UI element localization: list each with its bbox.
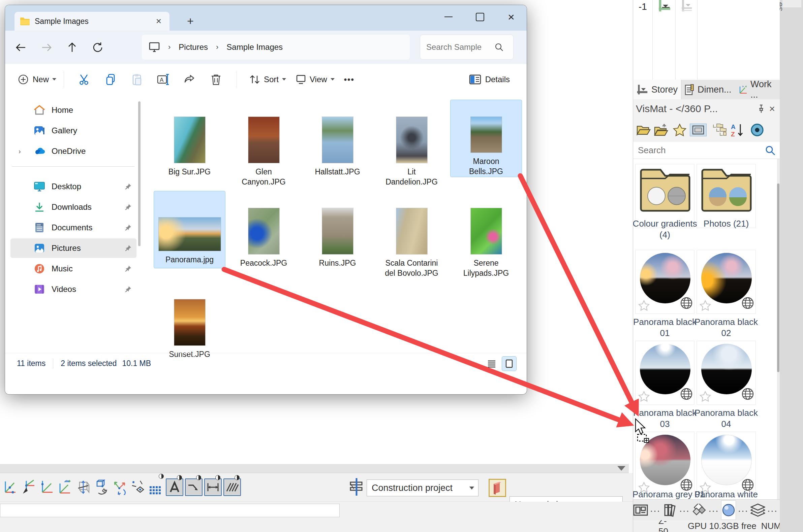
new-tab-button[interactable]: + [187,15,194,26]
material-item[interactable] [696,432,756,496]
file-ruins[interactable]: Ruins.JPG [302,191,373,269]
sort-az-button[interactable]: AZ [730,123,745,137]
more-options-button[interactable]: ••• [344,75,354,84]
material-label[interactable]: Panorama grey 01 [633,489,697,499]
hatch-visibility-toggle[interactable] [223,478,241,496]
forward-button[interactable] [37,38,56,57]
sidebar-item-home[interactable]: Home [11,100,136,120]
details-button[interactable]: Details [469,74,510,84]
section-display-icon[interactable] [350,477,365,496]
construction-project-select[interactable]: Construction project [367,479,478,496]
sidebar-scrollbar[interactable] [138,101,141,246]
file-panorama-selected[interactable]: Panorama.jpg [154,191,225,268]
tab-vismat-active[interactable] [721,500,736,520]
view-mode-button[interactable] [690,124,707,136]
up-button[interactable] [62,38,82,57]
workplane-select-tool-button[interactable] [20,478,37,497]
sidebar-item-onedrive[interactable]: › OneDrive [11,141,136,161]
list-view-toggle[interactable] [484,356,499,371]
file-glen-canyon[interactable]: Glen Canyon.JPG [228,100,299,188]
workplane-swap-tool-button[interactable] [57,478,73,497]
tab-close-icon[interactable]: × [153,16,164,26]
sidebar-item-videos[interactable]: Videos [11,280,136,299]
material-item[interactable] [696,250,756,314]
thumbnail-view-toggle[interactable] [502,356,516,371]
view-button[interactable]: View [295,74,334,85]
workplane-vertical-tool-button[interactable] [38,478,55,497]
explorer-tab[interactable]: Sample Images × [15,12,169,31]
breadcrumb[interactable]: › Pictures › Sample Images [142,35,410,60]
render-options-button[interactable] [750,123,764,137]
search-icon[interactable] [765,145,776,156]
copy-button[interactable] [101,69,121,90]
rotate-axis-tool-button[interactable] [111,478,128,497]
delete-button[interactable] [205,69,226,90]
sidebar-item-music[interactable]: Music [11,259,136,279]
dimension-visibility-toggle[interactable] [204,478,222,496]
favorite-star-icon[interactable] [699,391,711,402]
file-serene-lilypads[interactable]: Serene Lilypads.JPG [450,191,522,279]
folder-tree-button[interactable] [712,123,727,137]
leader-visibility-toggle[interactable] [185,478,202,496]
tab-library[interactable] [662,500,677,520]
chevron-right-icon[interactable]: › [19,148,21,155]
overflow-dots[interactable]: ... [679,503,690,514]
tab-workplane[interactable]: Work ... [735,80,780,99]
close-icon[interactable]: × [769,103,775,114]
material-item[interactable] [635,432,694,496]
minimize-button[interactable] [433,5,464,28]
sidebar-item-documents[interactable]: Documents [11,218,136,238]
favorites-star-button[interactable] [673,124,687,136]
maximize-button[interactable] [464,5,495,28]
section-box-tool-button[interactable] [75,478,92,497]
overflow-dots[interactable]: ... [738,503,748,514]
overflow-dots[interactable]: ... [767,503,778,514]
rotate-object-tool-button[interactable] [93,478,110,497]
explorer-search-input[interactable] [425,42,494,52]
material-label[interactable]: Panorama black 04 [694,407,759,429]
file-big-sur[interactable]: Big Sur.JPG [154,100,225,177]
folder-label[interactable]: Photos (21) [694,218,759,229]
rename-button[interactable]: A [153,69,174,90]
material-item[interactable] [696,341,756,405]
material-label[interactable]: Panorama black 03 [633,407,697,429]
tab-layers[interactable] [750,500,765,520]
favorite-star-icon[interactable] [638,391,650,402]
sidebar-item-gallery[interactable]: Gallery [11,121,136,140]
file-peacock[interactable]: Peacock.JPG [228,191,299,269]
folder-label[interactable]: Colour gradients (4) [633,218,697,240]
tab-layout-manager[interactable] [633,500,648,520]
folder-up-button[interactable] [654,123,670,137]
new-button[interactable]: New [18,74,56,85]
file-sunset[interactable]: Sunset.JPG [154,282,225,360]
file-hallstatt[interactable]: Hallstatt.JPG [302,100,373,177]
pin-icon[interactable] [758,104,765,113]
sidebar-item-desktop[interactable]: Desktop [11,177,136,196]
grid-snap-toggle[interactable] [148,478,164,497]
material-label[interactable]: Panorama white [694,489,759,499]
overflow-dots[interactable]: ... [650,503,660,514]
chevron-down-icon[interactable] [617,466,625,471]
workplane-tool-button[interactable] [2,478,19,497]
cut-button[interactable] [74,69,95,90]
file-lit-dandelion[interactable]: Lit Dandelion.JPG [376,100,448,188]
breadcrumb-pictures[interactable]: Pictures [179,42,208,52]
storey-level-value[interactable]: -1 [633,1,652,12]
material-label[interactable]: Panorama black 01 [633,317,697,338]
material-label[interactable]: Panorama black 02 [694,317,759,338]
text-visibility-toggle[interactable] [166,478,183,496]
favorite-star-icon[interactable] [699,300,711,311]
measure-tool-button[interactable] [129,478,146,497]
breadcrumb-sample-images[interactable]: Sample Images [226,42,283,52]
collapsed-panel-strip[interactable] [0,464,629,473]
tab-storey[interactable]: Storey [633,80,681,99]
sort-button[interactable]: Sort [249,74,286,85]
back-button[interactable] [11,38,31,57]
tab-materials[interactable] [692,500,707,520]
file-scala-contarini[interactable]: Scala Contarini del Bovolo.JPG [376,191,448,279]
storey-active-icon[interactable] [657,0,671,13]
tab-dimensions[interactable]: Dimen... [681,80,735,99]
paste-button[interactable] [127,69,148,90]
sidebar-item-pictures[interactable]: Pictures [11,239,136,258]
open-folder-button[interactable] [637,124,651,136]
